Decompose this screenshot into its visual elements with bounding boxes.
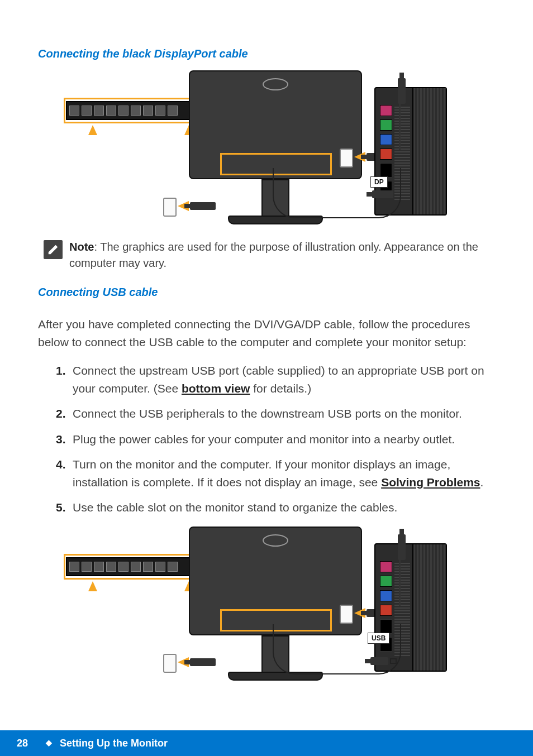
arrow-up-icon <box>88 581 97 591</box>
arrow-up-icon <box>88 125 97 135</box>
power-plug-icon <box>398 534 406 560</box>
footer-section-title: Setting Up the Monitor <box>60 738 168 749</box>
heading-displayport: Connecting the black DisplayPort cable <box>38 47 499 60</box>
step-3: Plug the power cables for your computer … <box>59 430 499 448</box>
port-label-dp: DP <box>370 176 388 188</box>
usb-plug-icon <box>390 658 397 664</box>
wall-outlet-icon <box>340 605 353 624</box>
step-text: . <box>480 476 484 489</box>
intro-paragraph: After you have completed connecting the … <box>38 315 499 351</box>
note-block: Note: The graphics are used for the purp… <box>38 239 499 271</box>
note-text: Note: The graphics are used for the purp… <box>69 239 499 271</box>
dp-connector-icon <box>372 190 393 198</box>
link-bottom-view[interactable]: bottom view <box>182 382 250 395</box>
note-icon <box>44 240 63 259</box>
cable-icon <box>399 96 401 150</box>
port-label-usb: USB <box>368 633 389 644</box>
step-2: Connect the USB peripherals to the downs… <box>59 405 499 423</box>
step-4: Turn on the monitor and the computer. If… <box>59 456 499 491</box>
diamond-icon: ◆ <box>46 738 52 747</box>
page-footer: 28 ◆ Setting Up the Monitor <box>0 730 533 756</box>
steps-list: Connect the upstream USB port (cable sup… <box>38 362 499 516</box>
note-body: : The graphics are used for the purpose … <box>69 241 478 269</box>
wall-outlet-icon <box>163 198 177 217</box>
link-solving-problems[interactable]: Solving Problems <box>381 476 480 489</box>
usb-connector-icon <box>370 657 388 665</box>
power-plug-icon <box>190 202 216 210</box>
note-label: Note <box>69 241 94 253</box>
wall-outlet-icon <box>163 654 177 673</box>
heading-usb: Connecting USB cable <box>38 286 499 299</box>
power-plug-icon <box>190 658 216 666</box>
diagram-usb: USB <box>55 527 457 683</box>
page-number: 28 <box>17 738 28 749</box>
diagram-displayport: DP <box>55 70 457 227</box>
step-5: Use the cable slot on the monitor stand … <box>59 499 499 516</box>
step-1: Connect the upstream USB port (cable sup… <box>59 362 499 397</box>
cable-icon <box>273 624 401 674</box>
wall-outlet-icon <box>340 149 353 168</box>
highlight-box-icon <box>64 554 208 580</box>
step-text: for details.) <box>250 382 311 395</box>
highlight-box-icon <box>64 98 208 123</box>
power-plug-icon <box>398 78 406 104</box>
